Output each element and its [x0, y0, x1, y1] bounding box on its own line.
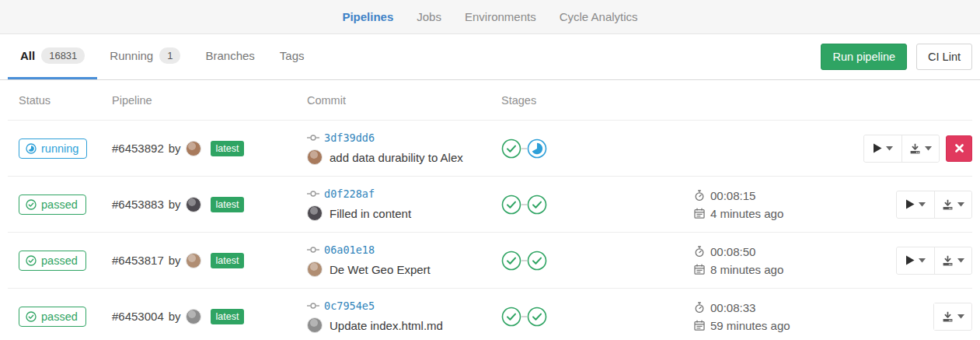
cancel-pipeline-button[interactable] — [946, 135, 972, 162]
pipeline-cell: #6453892 by latest — [112, 141, 307, 156]
stage-running-icon[interactable] — [527, 138, 547, 159]
commit-message-link[interactable]: De Wet Geo Expert — [330, 263, 431, 276]
subnav-item-cycle-analytics[interactable]: Cycle Analytics — [560, 10, 638, 23]
avatar[interactable] — [307, 149, 323, 165]
by-label: by — [169, 142, 181, 155]
table-row: passed #6453004 by latest 0c7954e5 Updat… — [8, 289, 972, 340]
commit-sha-link[interactable]: 0c7954e5 — [324, 300, 375, 312]
timer-icon — [694, 190, 705, 201]
chevron-down-icon — [957, 202, 964, 207]
artifacts-dropdown[interactable] — [934, 247, 971, 274]
download-icon — [942, 199, 954, 210]
subnav-item-environments[interactable]: Environments — [465, 10, 536, 23]
manual-actions-dropdown[interactable] — [897, 191, 934, 218]
chevron-down-icon — [957, 258, 964, 263]
stage-passed-icon[interactable] — [501, 138, 521, 159]
passed-status-icon — [26, 199, 37, 210]
ci-lint-button[interactable]: CI Lint — [916, 44, 972, 70]
status-badge[interactable]: passed — [19, 307, 86, 327]
stage-passed-icon[interactable] — [527, 251, 547, 271]
artifacts-dropdown[interactable] — [934, 191, 971, 218]
pipelines-tabs: All 16831 Running 1 Branches Tags — [8, 34, 317, 79]
stage-connector — [521, 204, 527, 205]
tab-tags[interactable]: Tags — [267, 34, 317, 79]
commit-message-link[interactable]: add data durability to Alex — [330, 151, 463, 164]
avatar[interactable] — [307, 261, 323, 277]
actions-button-group — [933, 303, 972, 331]
stage-passed-icon[interactable] — [501, 195, 521, 215]
download-icon — [942, 311, 954, 322]
header-pipeline: Pipeline — [112, 94, 307, 107]
header-stages: Stages — [501, 94, 694, 107]
tab-running-label: Running — [110, 49, 153, 62]
pipelines-tabs-bar: All 16831 Running 1 Branches Tags Run pi… — [0, 34, 980, 80]
avatar[interactable] — [186, 309, 201, 324]
pipeline-cell: #6453883 by latest — [112, 197, 307, 212]
play-icon — [905, 199, 915, 209]
avatar[interactable] — [186, 141, 201, 156]
stage-passed-icon[interactable] — [527, 307, 547, 327]
latest-badge[interactable]: latest — [211, 253, 245, 268]
pipeline-link[interactable]: #6453817 — [112, 254, 164, 267]
avatar[interactable] — [186, 197, 201, 212]
stage-connector — [521, 148, 527, 149]
manual-actions-dropdown[interactable] — [897, 247, 934, 274]
stage-passed-icon[interactable] — [501, 307, 521, 327]
duration-text: 00:08:50 — [710, 245, 755, 258]
tab-tags-label: Tags — [280, 49, 305, 62]
latest-badge[interactable]: latest — [211, 197, 245, 212]
commit-sha-link[interactable]: d0f228af — [324, 188, 375, 200]
manual-actions-dropdown[interactable] — [864, 135, 902, 162]
latest-badge[interactable]: latest — [211, 309, 245, 324]
artifacts-dropdown[interactable] — [934, 303, 971, 330]
tab-running-count: 1 — [159, 47, 180, 64]
commit-cell: 06a01e18 De Wet Geo Expert — [307, 244, 501, 277]
avatar[interactable] — [307, 205, 323, 221]
pipeline-cell: #6453817 by latest — [112, 253, 307, 268]
stage-passed-icon[interactable] — [527, 195, 547, 215]
commit-sha-link[interactable]: 3df39dd6 — [324, 131, 375, 144]
timing-cell: 00:08:50 8 minutes ago — [694, 245, 863, 276]
actions-cell — [863, 191, 972, 219]
status-badge[interactable]: running — [19, 138, 87, 159]
tab-running[interactable]: Running 1 — [97, 34, 193, 79]
commit-message-link[interactable]: Update index.html.md — [330, 319, 443, 332]
stage-connector — [521, 316, 527, 317]
status-badge[interactable]: passed — [19, 251, 86, 271]
age-text: 8 minutes ago — [710, 263, 783, 276]
tab-all[interactable]: All 16831 — [8, 34, 97, 79]
avatar[interactable] — [307, 317, 323, 333]
actions-button-group — [863, 135, 940, 163]
latest-badge[interactable]: latest — [211, 141, 245, 156]
actions-button-group — [896, 247, 972, 275]
avatar[interactable] — [186, 253, 201, 268]
status-label: running — [41, 142, 78, 155]
commit-sha-link[interactable]: 06a01e18 — [324, 244, 375, 256]
actions-cell — [863, 303, 972, 331]
pipeline-link[interactable]: #6453883 — [112, 198, 164, 211]
commit-cell: 0c7954e5 Update index.html.md — [307, 300, 501, 333]
pipeline-link[interactable]: #6453892 — [112, 142, 164, 155]
status-badge[interactable]: passed — [19, 195, 86, 215]
calendar-icon — [694, 208, 705, 219]
tabs-actions: Run pipeline CI Lint — [821, 44, 972, 70]
subnav-item-jobs[interactable]: Jobs — [417, 10, 441, 23]
stage-passed-icon[interactable] — [501, 251, 521, 271]
pipeline-link[interactable]: #6453004 — [112, 310, 164, 323]
status-cell: running — [8, 138, 112, 159]
duration-text: 00:08:33 — [710, 301, 755, 314]
table-header-row: Status Pipeline Commit Stages — [8, 80, 972, 121]
run-pipeline-button[interactable]: Run pipeline — [821, 44, 907, 70]
status-cell: passed — [8, 251, 112, 271]
commit-message-link[interactable]: Filled in content — [330, 207, 411, 220]
header-commit: Commit — [307, 94, 501, 107]
subnav-item-pipelines[interactable]: Pipelines — [342, 10, 393, 23]
tab-branches[interactable]: Branches — [193, 34, 267, 79]
by-label: by — [169, 254, 181, 267]
pipeline-cell: #6453004 by latest — [112, 309, 307, 324]
timing-cell: 00:08:15 4 minutes ago — [694, 189, 863, 220]
artifacts-dropdown[interactable] — [902, 135, 939, 162]
passed-status-icon — [26, 255, 37, 266]
chevron-down-icon — [925, 146, 932, 151]
passed-status-icon — [26, 311, 37, 322]
